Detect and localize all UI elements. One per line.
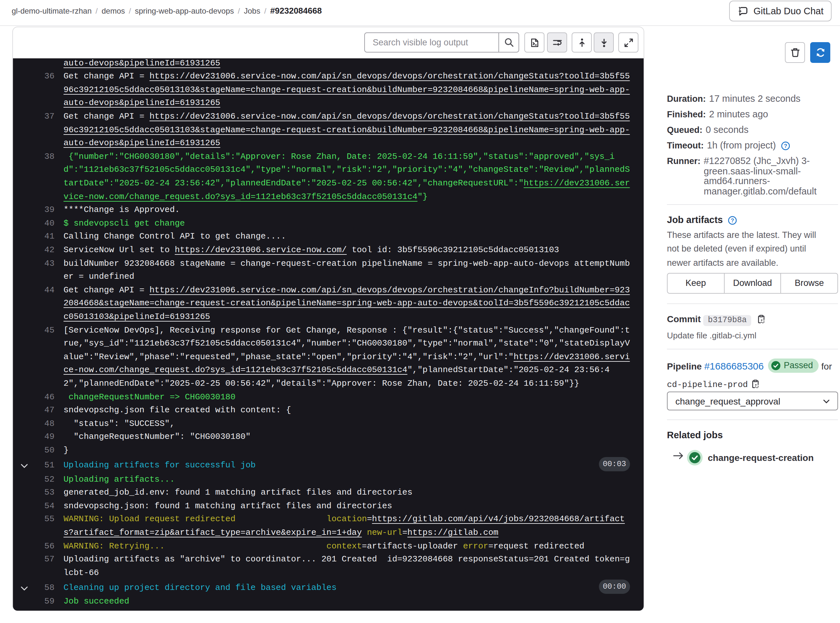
svg-text:?: ? (784, 143, 787, 149)
svg-text:?: ? (731, 218, 734, 224)
